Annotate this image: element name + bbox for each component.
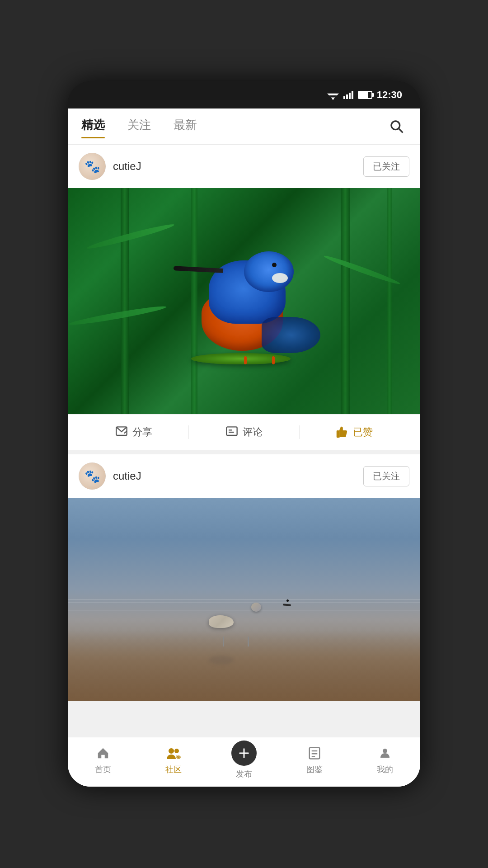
nav-home-label: 首页 [95, 764, 111, 775]
sandpiper-body [209, 615, 234, 628]
publish-icon-container [231, 741, 257, 766]
comment-label: 评论 [243, 425, 263, 439]
post-card-2: cutieJ 已关注 [68, 454, 420, 701]
post-header-2: cutieJ 已关注 [68, 454, 420, 498]
svg-line-9 [399, 128, 403, 132]
guide-icon-container [306, 745, 323, 761]
nav-mine-label: 我的 [377, 764, 393, 775]
username-2[interactable]: cutieJ [113, 470, 141, 482]
username[interactable]: cutieJ [113, 160, 141, 173]
share-icon [115, 426, 128, 439]
tab-latest[interactable]: 最新 [174, 117, 197, 136]
follow-button[interactable]: 已关注 [363, 156, 409, 177]
wifi-icon [327, 90, 339, 99]
header: 精选 关注 最新 [68, 108, 420, 145]
svg-rect-6 [349, 93, 351, 99]
foliage-stem4 [387, 188, 392, 414]
home-icon [96, 746, 110, 760]
post-image-kingfisher[interactable] [68, 188, 420, 414]
water-scene [68, 498, 420, 701]
status-bar: 12:30 [68, 81, 420, 108]
status-icons: 12:30 [327, 89, 402, 101]
foliage-stem1 [121, 188, 129, 414]
user-info-2: cutieJ [79, 462, 141, 490]
comment-icon [225, 426, 238, 439]
post-card: cutieJ 已关注 [68, 145, 420, 450]
svg-rect-12 [226, 427, 237, 435]
bird-water-reflection [209, 656, 234, 665]
sandpiper-leg2 [248, 637, 249, 646]
svg-rect-4 [343, 96, 345, 99]
comment-button[interactable]: 评论 [189, 422, 299, 443]
nav-community-label: 社区 [165, 764, 182, 775]
svg-rect-15 [337, 431, 339, 438]
nav-community[interactable]: 社区 [138, 741, 209, 779]
avatar[interactable] [79, 153, 106, 180]
feed: cutieJ 已关注 [68, 145, 420, 737]
svg-point-25 [383, 749, 387, 753]
search-button[interactable] [387, 117, 407, 137]
tab-featured[interactable]: 精选 [81, 117, 105, 136]
guide-icon [308, 746, 321, 760]
community-icon-container [165, 745, 182, 761]
svg-point-17 [174, 749, 179, 753]
kingfisher-scene [68, 188, 420, 414]
water-reflections [68, 599, 420, 600]
sandpiper-beak [283, 604, 291, 606]
nav-guide[interactable]: 图鉴 [279, 741, 350, 779]
phone-frame: 12:30 精选 关注 最新 [68, 81, 420, 787]
like-button[interactable]: 已赞 [300, 422, 409, 443]
mine-icon [378, 746, 392, 760]
share-button[interactable]: 分享 [79, 422, 188, 443]
avatar-2[interactable] [79, 462, 106, 490]
share-label: 分享 [132, 425, 152, 439]
svg-rect-7 [352, 91, 353, 99]
signal-icon [343, 90, 353, 99]
user-info: cutieJ [79, 153, 141, 180]
mine-icon-container [377, 745, 393, 761]
bird-head [244, 251, 294, 292]
moss-perch [191, 353, 291, 364]
status-time: 12:30 [377, 89, 402, 101]
bird-foot1 [244, 356, 247, 364]
svg-rect-5 [346, 94, 348, 99]
nav-publish[interactable]: 发布 [209, 736, 279, 784]
post-image-sandpiper[interactable] [68, 498, 420, 701]
svg-point-16 [169, 748, 174, 754]
like-label: 已赞 [353, 425, 373, 439]
like-icon [336, 426, 348, 439]
follow-button-2[interactable]: 已关注 [363, 466, 409, 486]
tab-following[interactable]: 关注 [127, 117, 151, 136]
sandpiper-leg1 [223, 637, 224, 646]
plus-icon [238, 747, 250, 760]
post-actions: 分享 评论 [68, 414, 420, 450]
nav-publish-label: 发布 [236, 769, 252, 779]
home-icon-container [95, 745, 111, 761]
svg-point-18 [176, 755, 181, 759]
community-icon [166, 746, 181, 760]
sandpiper-eye [286, 599, 289, 602]
search-icon [389, 119, 404, 134]
nav-mine[interactable]: 我的 [350, 741, 420, 779]
post-header: cutieJ 已关注 [68, 145, 420, 188]
tabs: 精选 关注 最新 [81, 117, 387, 136]
foliage-stem3 [341, 188, 350, 414]
svg-point-8 [391, 121, 400, 130]
sandpiper-head [251, 603, 261, 612]
app-container: 精选 关注 最新 cuti [68, 108, 420, 787]
bird-wing [262, 317, 320, 353]
avatar-image [79, 153, 106, 180]
avatar-image-2 [79, 462, 106, 490]
mud-bottom [68, 630, 420, 702]
bottom-nav: 首页 社区 [68, 737, 420, 787]
nav-guide-label: 图鉴 [306, 764, 323, 775]
battery-icon [358, 91, 372, 99]
nav-home[interactable]: 首页 [68, 741, 138, 779]
foliage-stem2 [191, 188, 197, 414]
bird-foot2 [272, 356, 275, 364]
